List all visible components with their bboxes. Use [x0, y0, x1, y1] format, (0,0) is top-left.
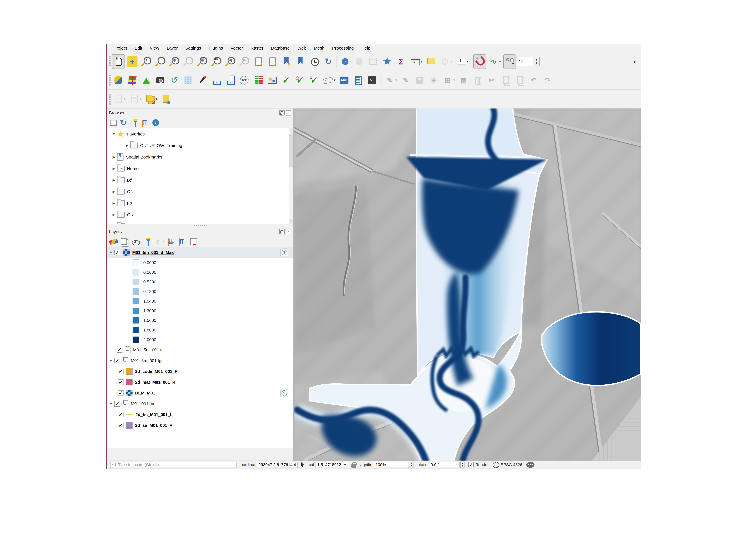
- toolbar-drag-handle[interactable]: [380, 75, 382, 86]
- menu-database[interactable]: Database: [267, 44, 294, 52]
- coordinate-input[interactable]: 293047.2,6177614.4: [257, 462, 298, 468]
- enable-tracing-button[interactable]: ∿ ▾: [487, 54, 502, 69]
- snapping-tolerance-spinbox[interactable]: 12 ▲▼: [517, 57, 540, 66]
- dropdown-arrow-icon[interactable]: ▾: [162, 239, 164, 244]
- browser-item-drive-c[interactable]: ▶ C:\: [107, 186, 293, 197]
- show-bookmarks-button[interactable]: [294, 54, 307, 69]
- current-edits-button[interactable]: ✎ ▾: [383, 73, 398, 87]
- filter-by-expression-button[interactable]: ε ▾: [153, 237, 165, 246]
- layer-visibility-checkbox[interactable]: ✓: [115, 401, 120, 407]
- menu-settings[interactable]: Settings: [182, 44, 205, 52]
- map-snapshot-button[interactable]: [154, 73, 167, 87]
- check-geometry-button[interactable]: ✓: [294, 73, 307, 87]
- browser-item-drive-b[interactable]: ▶ B:\: [107, 174, 293, 186]
- menu-project[interactable]: Project: [110, 44, 131, 52]
- statistical-summary-button[interactable]: Σ: [395, 54, 407, 69]
- layer-group-tcf[interactable]: ✓ M01_5m_001.tcf: [107, 344, 293, 355]
- snapping-tolerance-value[interactable]: 12: [517, 59, 533, 64]
- render-checkbox[interactable]: ✓: [468, 462, 473, 467]
- pan-to-selection-button[interactable]: +: [126, 54, 139, 69]
- layer-item-2d-mat[interactable]: ✓ 2d_mat_M01_001_R: [107, 377, 293, 388]
- collapse-arrow-icon[interactable]: ▼: [111, 132, 117, 136]
- enable-snapping-button[interactable]: [473, 54, 486, 69]
- snap-on-intersection-button[interactable]: [503, 54, 516, 69]
- layers-float-button[interactable]: [279, 229, 285, 234]
- menu-processing[interactable]: Processing: [328, 44, 358, 52]
- deselect-all-button[interactable]: ⊘ ▾: [144, 92, 158, 106]
- menu-view[interactable]: View: [146, 44, 163, 52]
- crs-globe-icon[interactable]: [493, 462, 499, 468]
- expand-arrow-icon[interactable]: ▶: [111, 213, 117, 217]
- identify-features-button[interactable]: i: [339, 54, 352, 69]
- expand-all-button[interactable]: ⇊: [166, 237, 176, 246]
- copy-features-button[interactable]: [499, 73, 512, 87]
- flood-visualisation-button[interactable]: [182, 73, 195, 87]
- scroll-down-icon[interactable]: ▼: [289, 219, 293, 224]
- locator-search-input[interactable]: Type to locate (Ctrl+K): [110, 462, 237, 468]
- collapse-all-browser-button[interactable]: ⇈: [140, 118, 150, 127]
- expand-arrow-icon[interactable]: ▶: [111, 190, 117, 194]
- scale-combobox[interactable]: 1:514718912 ▼: [316, 462, 348, 468]
- expand-arrow-icon[interactable]: ▶: [111, 178, 117, 182]
- browser-close-button[interactable]: ×: [286, 110, 291, 115]
- dropdown-arrow-icon[interactable]: ▾: [499, 59, 501, 64]
- browser-item-drive-g[interactable]: ▶ G:\: [107, 209, 293, 220]
- check-files-button[interactable]: ✓: [280, 73, 293, 87]
- check-numbering-button[interactable]: ✓: [308, 73, 321, 87]
- zoom-to-selection-button[interactable]: □: [182, 54, 195, 69]
- browser-item-drive-h[interactable]: ▶ H:\: [107, 220, 293, 224]
- layer-visibility-checkbox[interactable]: ✓: [118, 423, 124, 428]
- layer-item-2d-code[interactable]: ✓ 2d_code_M01_001_R: [107, 366, 293, 377]
- menu-edit[interactable]: Edit: [131, 44, 146, 52]
- vertex-tool-button[interactable]: ⊞ ▾: [441, 73, 456, 87]
- menu-layer[interactable]: Layer: [163, 44, 182, 52]
- collapse-all-button[interactable]: ⇈: [177, 237, 187, 246]
- rotation-spin-arrows-icon[interactable]: ▲▼: [460, 462, 464, 468]
- crs-status-button[interactable]: EPSG:4326: [501, 462, 522, 467]
- select-by-form-button[interactable]: ▾: [128, 92, 142, 106]
- dropdown-arrow-icon[interactable]: ▾: [395, 78, 397, 82]
- browser-item-tuflow-training[interactable]: ▶ C:\TUFLOW_Training: [107, 140, 293, 151]
- apply-tuflow-labels-button[interactable]: ▾: [322, 73, 337, 87]
- collapse-arrow-icon[interactable]: ▼: [107, 359, 113, 363]
- open-attribute-table-button[interactable]: [367, 54, 379, 69]
- zoom-full-button[interactable]: ◈: [168, 54, 181, 69]
- dropdown-arrow-icon[interactable]: ▾: [466, 59, 468, 64]
- enable-properties-widget-button[interactable]: i: [151, 118, 161, 127]
- new-map-view-button[interactable]: [252, 54, 265, 69]
- browser-item-home[interactable]: ▶ ⌂ Home: [107, 163, 293, 174]
- layers-close-button[interactable]: ×: [286, 229, 291, 234]
- processing-toolbox-button[interactable]: [381, 54, 393, 69]
- measure-button[interactable]: ▾: [409, 54, 423, 69]
- layer-visibility-checkbox[interactable]: ✓: [118, 369, 124, 374]
- load-tcf-button[interactable]: TCF: [238, 73, 251, 87]
- layer-item-2d-bc[interactable]: ✓ 2d_bc_M01_001_L: [107, 409, 293, 420]
- save-layer-edits-button[interactable]: [413, 73, 426, 87]
- increment-selected-layer-button[interactable]: [140, 73, 153, 87]
- zoom-last-button[interactable]: ◀: [224, 54, 237, 69]
- dropdown-arrow-icon[interactable]: ▾: [450, 59, 452, 64]
- python-console-button[interactable]: [112, 73, 125, 87]
- browser-float-button[interactable]: [279, 110, 285, 115]
- redo-button[interactable]: ↷: [541, 73, 554, 87]
- select-by-location-button[interactable]: [160, 92, 172, 106]
- expand-arrow-icon[interactable]: ▶: [124, 143, 130, 148]
- import-empty-files-button[interactable]: ↓: [210, 73, 223, 87]
- toggle-editing-button[interactable]: ✎: [399, 73, 412, 87]
- paste-features-button[interactable]: [513, 73, 526, 87]
- magnifier-spin-arrows-icon[interactable]: ▲▼: [410, 462, 414, 468]
- dropdown-arrow-icon[interactable]: ▾: [453, 78, 455, 82]
- select-features-button[interactable]: ▾: [112, 92, 126, 106]
- open-layer-styling-button[interactable]: [108, 237, 118, 246]
- collapse-arrow-icon[interactable]: ▼: [107, 402, 113, 406]
- layer-visibility-checkbox[interactable]: ✓: [118, 412, 124, 417]
- expand-arrow-icon[interactable]: ▶: [111, 201, 117, 205]
- pan-map-button[interactable]: [112, 54, 125, 69]
- add-feature-button[interactable]: +: [427, 73, 440, 87]
- zoom-out-button[interactable]: −: [154, 54, 167, 69]
- layer-visibility-checkbox[interactable]: ✓: [115, 358, 120, 363]
- menu-raster[interactable]: Raster: [247, 44, 267, 52]
- zoom-in-button[interactable]: +: [140, 54, 153, 69]
- tuflow-utilities-button[interactable]: [252, 73, 265, 87]
- scroll-up-icon[interactable]: ▲: [289, 128, 293, 133]
